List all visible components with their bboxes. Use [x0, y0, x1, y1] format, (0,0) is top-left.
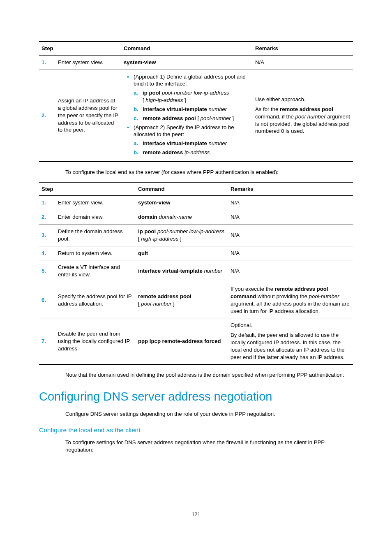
subsection-heading: Configure the local end as the client — [39, 426, 353, 435]
step-num: 6. — [39, 282, 55, 318]
step-remarks: If you execute the remote address pool c… — [228, 282, 353, 318]
table-row: 2. Enter domain view. domain domain-name… — [39, 210, 353, 225]
step-cmd: ppp ipcp remote-address forced — [136, 318, 228, 365]
step-desc: Enter system view. — [55, 55, 121, 70]
th-step: Step — [39, 42, 121, 55]
step-cmd: quit — [136, 246, 228, 260]
table-row: 1. Enter system view. system-view N/A — [39, 196, 353, 210]
table-row: 4. Return to system view. quit N/A — [39, 246, 353, 260]
table-2: Step Command Remarks 1. Enter system vie… — [39, 182, 353, 365]
table-row: 1. Enter system view. system-view N/A — [39, 55, 353, 70]
step-remarks: Optional. By default, the peer end is al… — [228, 318, 353, 365]
th-command: Command — [136, 182, 228, 196]
step-cmd: domain domain-name — [136, 210, 228, 225]
step-desc: Return to system view. — [55, 246, 136, 260]
step-remarks: N/A — [228, 246, 353, 260]
approach-2-label: (Approach 2) Specify the IP address to b… — [134, 124, 234, 138]
step-num: 2. — [39, 70, 55, 162]
step-desc: Enter domain view. — [55, 210, 136, 225]
th-remarks: Remarks — [228, 182, 353, 196]
step-cmd: ip pool pool-number low-ip-address[ high… — [136, 225, 228, 246]
step-cmd: interface virtual-template number — [136, 260, 228, 282]
step-num: 1. — [39, 55, 55, 70]
step-num: 7. — [39, 318, 55, 365]
step-num: 5. — [39, 260, 55, 282]
step-cmd: system-view — [121, 55, 253, 70]
step-cmd: system-view — [136, 196, 228, 210]
table-row: 2. Assign an IP address of a global addr… — [39, 70, 353, 162]
table-1: Step Command Remarks 1. Enter system vie… — [39, 41, 353, 162]
step-remarks: N/A — [228, 225, 353, 246]
step-num: 4. — [39, 246, 55, 260]
step-desc: Assign an IP address of a global address… — [55, 70, 121, 162]
step-desc: Disable the peer end from using the loca… — [55, 318, 136, 365]
section-heading: Configuring DNS server address negotiati… — [39, 389, 353, 405]
step-remarks: N/A — [228, 260, 353, 282]
th-step: Step — [39, 182, 136, 196]
step-remarks: N/A — [228, 196, 353, 210]
page-number: 121 — [0, 511, 392, 518]
th-command: Command — [121, 42, 253, 55]
paragraph-4: To configure settings for DNS server add… — [65, 439, 353, 454]
step-num: 3. — [39, 225, 55, 246]
step-desc: Specify the address pool for IP address … — [55, 282, 136, 318]
paragraph-3: Configure DNS server settings depending … — [65, 410, 353, 418]
step-desc: Create a VT interface and enter its view… — [55, 260, 136, 282]
paragraph-2: Note that the domain used in defining th… — [65, 371, 353, 379]
approach-1-label: (Approach 1) Define a global address poo… — [134, 74, 246, 87]
table-row: 7. Disable the peer end from using the l… — [39, 318, 353, 365]
step-remarks: N/A — [253, 55, 353, 70]
step-remarks: N/A — [228, 210, 353, 225]
table-row: 3. Define the domain address pool. ip po… — [39, 225, 353, 246]
paragraph-1: To configure the local end as the server… — [65, 169, 353, 176]
step-cmd: (Approach 1) Define a global address poo… — [121, 70, 253, 162]
th-remarks: Remarks — [253, 42, 353, 55]
step-num: 1. — [39, 196, 55, 210]
step-num: 2. — [39, 210, 55, 225]
table-row: 6. Specify the address pool for IP addre… — [39, 282, 353, 318]
step-cmd: remote address pool[ pool-number ] — [136, 282, 228, 318]
step-remarks: Use either approach. As for the remote a… — [253, 70, 353, 162]
step-desc: Define the domain address pool. — [55, 225, 136, 246]
step-desc: Enter system view. — [55, 196, 136, 210]
table-row: 5. Create a VT interface and enter its v… — [39, 260, 353, 282]
